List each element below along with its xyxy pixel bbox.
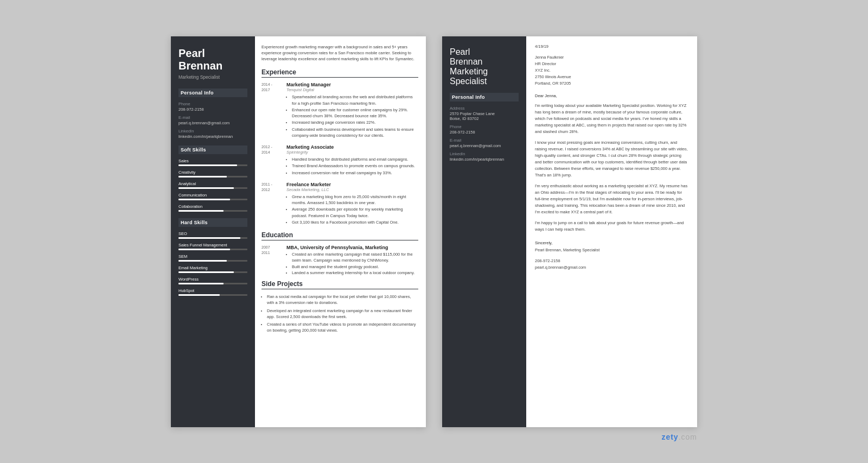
experience-heading: Experience — [261, 68, 418, 78]
cover-contact-phone: 208-972-2158 — [535, 258, 688, 264]
education-list: 20072011 MBA, University of Pennsylvania… — [261, 245, 418, 276]
hard-skill-bar-bg — [178, 249, 247, 250]
cover-address: 2570 Poplar Chase Lane Boise, ID 83702 — [450, 111, 519, 121]
resume-summary: Experienced growth marketing manager wit… — [261, 44, 418, 62]
resume-name: Pearl Brennan — [178, 47, 247, 72]
cover-letter-document: Pearl Brennan Marketing Specialist Perso… — [442, 36, 697, 427]
hard-skill-item: WordPress — [178, 277, 247, 284]
skill-name: Sales — [178, 158, 247, 163]
skill-bar-bg — [178, 187, 247, 189]
hard-skill-item: SEO — [178, 231, 247, 239]
cover-company: XYZ Inc. — [535, 67, 688, 74]
cover-paragraph: I'm very enthusiastic about working as a… — [535, 183, 688, 215]
exp-bullet: Got 3,100 likes for a Facebook promotion… — [292, 219, 418, 225]
resume-phone: 208-972-2158 — [178, 107, 247, 112]
experience-list: 2014 -2017 Marketing Manager Tenquist Di… — [261, 82, 418, 226]
exp-bullet: Handled branding for distributed platfor… — [292, 156, 418, 162]
resume-main: Experienced growth marketing manager wit… — [255, 36, 426, 427]
hard-skill-item: SEM — [178, 254, 247, 262]
resume-title: Marketing Specialist — [178, 74, 247, 80]
watermark-tld: .com — [679, 433, 697, 441]
skill-bar-bg — [178, 176, 247, 177]
cover-first-name: Pearl — [450, 47, 470, 56]
side-projects-list: Ran a social media ad campaign for the l… — [261, 294, 418, 334]
side-project-item: Created a series of short YouTube videos… — [267, 321, 418, 334]
edu-dates: 20072011 — [261, 245, 282, 276]
exp-bullet: Increased landing page conversion rates … — [292, 119, 418, 125]
exp-dates: 2011 -2012 — [261, 182, 282, 226]
hard-skill-name: Sales Funnel Management — [178, 243, 247, 248]
hard-skill-bar-bg — [178, 237, 247, 239]
exp-body: Freelance Marketer Secada Marketing, LLC… — [286, 182, 418, 226]
hard-skill-bar-fill — [178, 237, 240, 239]
side-projects-heading: Side Projects — [261, 280, 418, 289]
watermark: zety.com — [661, 431, 697, 442]
edu-bullets: Created an online marketing campaign tha… — [286, 251, 418, 276]
skill-bar-bg — [178, 164, 247, 166]
skill-name: Analytical — [178, 181, 247, 186]
exp-bullets: Grew a marketing blog from zero to 25,00… — [286, 194, 418, 225]
hard-skill-bar-fill — [178, 283, 224, 284]
hard-skill-bar-fill — [178, 260, 227, 262]
skill-name: Communication — [178, 193, 247, 198]
cover-paragraph: I know your most pressing goals are incr… — [535, 139, 688, 179]
cover-title: Marketing Specialist — [450, 67, 519, 86]
skill-bar-fill — [178, 164, 237, 166]
skill-bar-fill — [178, 187, 234, 189]
cover-contact-email: pearl.q.brennan@gmail.com — [535, 264, 688, 271]
cover-email: pearl.q.brennan@gmail.com — [450, 143, 519, 148]
cover-sidebar: Pearl Brennan Marketing Specialist Perso… — [442, 36, 526, 427]
skill-bar-bg — [178, 210, 247, 212]
exp-title: Freelance Marketer — [286, 182, 418, 187]
experience-item: 2012 -2014 Marketing Associate Spirinteg… — [261, 144, 418, 176]
recipient-title: HR Director — [535, 61, 688, 67]
hard-skill-item: Sales Funnel Management — [178, 243, 247, 250]
skill-name: Creativity — [178, 170, 247, 175]
recipient-name: Jenna Faulknier — [535, 54, 688, 61]
resume-sidebar: Pearl Brennan Marketing Specialist Perso… — [171, 36, 255, 427]
exp-company: Spirintegrity — [286, 150, 418, 155]
hard-skill-name: Email Marketing — [178, 265, 247, 270]
cover-recipient: Jenna Faulknier HR Director XYZ Inc. 275… — [535, 54, 688, 87]
page-wrapper: Pearl Brennan Marketing Specialist Perso… — [171, 36, 697, 427]
soft-skills-list: Sales Creativity Analytical Communicatio… — [178, 158, 247, 212]
exp-dates: 2012 -2014 — [261, 144, 282, 176]
skill-bar-bg — [178, 199, 247, 200]
exp-company: Secada Marketing, LLC — [286, 187, 418, 192]
resume-first-name: Pearl — [178, 47, 205, 59]
cover-city-state: Portland, OR 97205 — [535, 80, 688, 87]
experience-item: 2011 -2012 Freelance Marketer Secada Mar… — [261, 182, 418, 226]
soft-skill-item: Communication — [178, 193, 247, 200]
skill-bar-fill — [178, 210, 224, 212]
hard-skill-bar-bg — [178, 260, 247, 262]
cover-address: 2750 Illinois Avenue — [535, 74, 688, 80]
resume-document: Pearl Brennan Marketing Specialist Perso… — [171, 36, 426, 427]
soft-skill-item: Collaboration — [178, 204, 247, 212]
side-project-item: Ran a social media ad campaign for the l… — [267, 294, 418, 306]
hard-skill-bar-bg — [178, 294, 247, 296]
cover-email-label: E-mail — [450, 138, 519, 143]
exp-company: Tenquist Digital — [286, 87, 418, 92]
cover-signature: Pearl Brennan, Marketing Specialist — [535, 248, 688, 252]
hard-skill-name: SEM — [178, 254, 247, 259]
resume-phone-label: Phone — [178, 102, 247, 106]
cover-date: 4/19/19 — [535, 44, 688, 49]
exp-dates: 2014 -2017 — [261, 82, 282, 139]
cover-linkedin-label: LinkedIn — [450, 151, 519, 156]
exp-bullet: Collaborated with business development a… — [292, 126, 418, 139]
exp-title: Marketing Manager — [286, 82, 418, 87]
exp-body: Marketing Manager Tenquist Digital Spear… — [286, 82, 418, 139]
cover-personal-info-heading: Personal Info — [450, 93, 519, 102]
exp-bullet: Enhanced our open rate for customer onli… — [292, 107, 418, 119]
resume-linkedin-label: LinkedIn — [178, 129, 247, 134]
resume-soft-skills-heading: Soft Skills — [178, 145, 247, 154]
exp-bullets: Handled branding for distributed platfor… — [286, 156, 418, 176]
hard-skill-bar-fill — [178, 294, 220, 296]
hard-skill-bar-bg — [178, 271, 247, 273]
side-project-item: Developed an integrated content marketin… — [267, 308, 418, 320]
exp-bullet: Grew a marketing blog from zero to 25,00… — [292, 194, 418, 206]
cover-name: Pearl Brennan — [450, 47, 519, 67]
hard-skill-item: HubSpot — [178, 288, 247, 296]
cover-phone-label: Phone — [450, 124, 519, 129]
hard-skill-bar-fill — [178, 271, 234, 273]
